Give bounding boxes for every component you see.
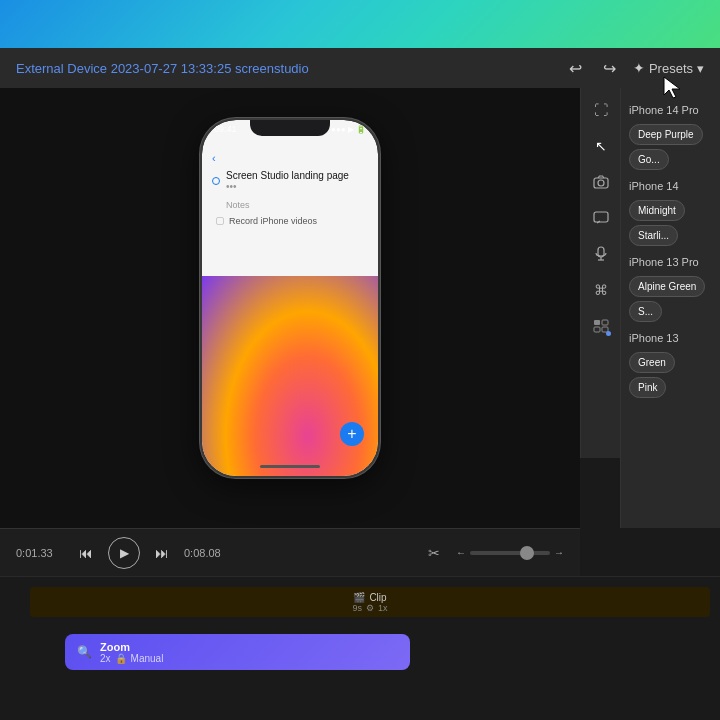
top-gradient-bar bbox=[0, 0, 720, 48]
phone-app-dots: ••• bbox=[226, 181, 349, 192]
clip-speed: 1x bbox=[378, 603, 388, 613]
zoom-icon: 🔍 bbox=[77, 645, 92, 659]
speed-track[interactable] bbox=[470, 551, 550, 555]
phone-checkbox-item: Record iPhone videos bbox=[216, 216, 368, 226]
preset-midnight[interactable]: Midnight bbox=[629, 200, 685, 221]
phone-app-item: Screen Studio landing page ••• bbox=[212, 166, 368, 196]
preset-group-iphone14pro-title: iPhone 14 Pro bbox=[629, 104, 712, 116]
shortcut-toolbar-icon[interactable]: ⌘ bbox=[587, 276, 615, 304]
preset-starlight[interactable]: Starli... bbox=[629, 225, 678, 246]
preset-group-iphone14-title: iPhone 14 bbox=[629, 180, 712, 192]
play-icon: ▶ bbox=[120, 546, 129, 560]
skip-back-button[interactable]: ⏮ bbox=[72, 539, 100, 567]
svg-rect-2 bbox=[594, 212, 608, 222]
preset-group-iphone13pro-title: iPhone 13 Pro bbox=[629, 256, 712, 268]
phone-checkbox-text: Record iPhone videos bbox=[229, 216, 317, 226]
speed-arrow-right: → bbox=[554, 547, 564, 558]
phone-screen: 09:41 ●●● ▶ 🔋 ‹ Screen Studio landing pa… bbox=[202, 120, 378, 476]
play-button[interactable]: ▶ bbox=[108, 537, 140, 569]
preview-area: 09:41 ●●● ▶ 🔋 ‹ Screen Studio landing pa… bbox=[0, 88, 580, 528]
timeline-track[interactable]: 🎬 Clip 9s ⚙ 1x bbox=[30, 587, 710, 617]
svg-point-1 bbox=[598, 180, 604, 186]
clip-icon: 🎬 bbox=[353, 592, 365, 603]
svg-rect-5 bbox=[594, 320, 600, 325]
redo-button[interactable]: ↪ bbox=[599, 57, 621, 79]
audio-toolbar-icon[interactable] bbox=[587, 240, 615, 268]
svg-rect-6 bbox=[602, 320, 608, 325]
current-time: 0:01.33 bbox=[16, 547, 64, 559]
undo-button[interactable]: ↩ bbox=[565, 57, 587, 79]
preset-group-iphone14pro: Deep Purple Go... bbox=[629, 122, 712, 172]
phone-checkbox bbox=[216, 217, 224, 225]
right-toolbar: ⛶ ↖ ⌘ bbox=[580, 88, 620, 458]
preset-group-iphone14: Midnight Starli... bbox=[629, 198, 712, 248]
clip-meta: 9s ⚙ 1x bbox=[352, 603, 387, 613]
scissors-button[interactable]: ✂ bbox=[420, 539, 448, 567]
phone-notch bbox=[250, 120, 330, 136]
phone-signals: ●●● ▶ 🔋 bbox=[331, 125, 366, 134]
zoom-clip-text: Zoom 2x 🔒 Manual bbox=[100, 641, 163, 664]
end-time: 0:08.08 bbox=[184, 547, 232, 559]
preset-green[interactable]: Green bbox=[629, 352, 675, 373]
clip-duration: 9s bbox=[352, 603, 362, 613]
presets-button[interactable]: ✦ Presets ▾ bbox=[633, 60, 704, 76]
phone-home-indicator bbox=[260, 465, 320, 468]
presets-panel: iPhone 14 Pro Deep Purple Go... iPhone 1… bbox=[620, 88, 720, 528]
preset-sierra-blue[interactable]: S... bbox=[629, 301, 662, 322]
timeline-area: 🎬 Clip 9s ⚙ 1x bbox=[0, 576, 720, 626]
zoom-mode-label: Manual bbox=[131, 653, 164, 664]
clip-speed-icon: ⚙ bbox=[366, 603, 374, 613]
camera-toolbar-icon[interactable] bbox=[587, 168, 615, 196]
speed-arrow-left: ← bbox=[456, 547, 466, 558]
app-name: screenstudio bbox=[235, 61, 309, 76]
apps-toolbar-icon[interactable] bbox=[587, 312, 615, 340]
phone-fab-button[interactable]: + bbox=[340, 422, 364, 446]
phone-back-button[interactable]: ‹ bbox=[212, 152, 368, 164]
zoom-clip-title: Zoom bbox=[100, 641, 163, 653]
clip-name-text: Clip bbox=[369, 592, 386, 603]
preset-alpine-green[interactable]: Alpine Green bbox=[629, 276, 705, 297]
phone-item-dot bbox=[212, 177, 220, 185]
phone-frame: 09:41 ●●● ▶ 🔋 ‹ Screen Studio landing pa… bbox=[200, 118, 380, 478]
preset-group-iphone13pro: Alpine Green S... bbox=[629, 274, 712, 324]
apps-toolbar-dot bbox=[606, 331, 611, 336]
preset-group-iphone13-title: iPhone 13 bbox=[629, 332, 712, 344]
document-title: External Device 2023-07-27 13:33:25 scre… bbox=[16, 61, 309, 76]
presets-chevron: ▾ bbox=[697, 61, 704, 76]
zoom-clip[interactable]: 🔍 Zoom 2x 🔒 Manual bbox=[65, 634, 410, 670]
svg-rect-7 bbox=[594, 327, 600, 332]
header-bar: External Device 2023-07-27 13:33:25 scre… bbox=[0, 48, 720, 88]
zoom-clip-meta: 2x 🔒 Manual bbox=[100, 653, 163, 664]
presets-label: Presets bbox=[649, 61, 693, 76]
speed-control: ← → bbox=[456, 547, 564, 558]
fullscreen-toolbar-icon[interactable]: ⛶ bbox=[587, 96, 615, 124]
preset-deep-purple[interactable]: Deep Purple bbox=[629, 124, 703, 145]
clip-name: 🎬 Clip bbox=[353, 592, 386, 603]
playback-controls: 0:01.33 ⏮ ▶ ⏭ 0:08.08 ✂ ← → bbox=[0, 528, 580, 576]
zoom-track: 🔍 Zoom 2x 🔒 Manual bbox=[0, 626, 720, 676]
speed-thumb[interactable] bbox=[520, 546, 534, 560]
phone-app-title: Screen Studio landing page bbox=[226, 170, 349, 181]
comment-toolbar-icon[interactable] bbox=[587, 204, 615, 232]
device-title: External Device 2023-07-27 13:33:25 bbox=[16, 61, 231, 76]
clip-label: 🎬 Clip 9s ⚙ 1x bbox=[352, 592, 387, 613]
skip-forward-button[interactable]: ⏭ bbox=[148, 539, 176, 567]
preset-group-iphone13: Green Pink bbox=[629, 350, 712, 400]
zoom-multiplier: 2x bbox=[100, 653, 111, 664]
phone-time: 09:41 bbox=[214, 124, 237, 134]
preset-pink[interactable]: Pink bbox=[629, 377, 666, 398]
header-actions: ↩ ↪ ✦ Presets ▾ bbox=[565, 57, 704, 79]
preset-go[interactable]: Go... bbox=[629, 149, 669, 170]
zoom-lock-icon: 🔒 bbox=[115, 653, 127, 664]
phone-notes-label: Notes bbox=[226, 200, 368, 210]
cursor-toolbar-icon[interactable]: ↖ bbox=[587, 132, 615, 160]
presets-icon: ✦ bbox=[633, 60, 645, 76]
phone-preview: 09:41 ●●● ▶ 🔋 ‹ Screen Studio landing pa… bbox=[150, 118, 430, 498]
